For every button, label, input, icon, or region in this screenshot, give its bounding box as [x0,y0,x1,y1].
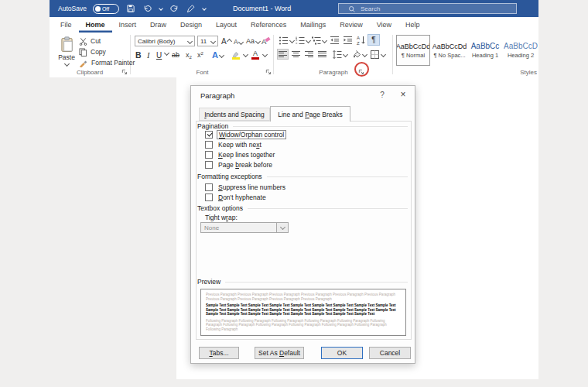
group-separator [130,35,131,74]
tab-references[interactable]: References [244,17,293,33]
strikethrough-button[interactable]: ab [172,49,179,61]
align-center-button[interactable] [290,49,302,60]
stylus-icon[interactable] [186,3,197,14]
checkbox[interactable] [205,151,213,159]
option-keep-with-next[interactable]: Keep with next [205,140,263,149]
font-dialog-launcher[interactable] [265,68,272,76]
cancel-button[interactable]: Cancel [369,347,411,359]
ok-button[interactable]: OK [321,347,363,359]
clear-formatting-button[interactable]: A [262,36,270,46]
qat-customize-icon[interactable] [202,6,207,11]
underline-dropdown[interactable] [163,51,169,55]
redo-icon[interactable] [169,3,179,14]
underline-button[interactable]: U [156,49,162,61]
tab-line-and-page-breaks[interactable]: Line and Page Breaks [270,106,350,122]
save-icon[interactable] [125,3,136,14]
shading-button[interactable] [351,50,367,60]
highlight-color-bar [232,57,240,60]
paste-dropdown-icon[interactable] [63,61,69,67]
style-normal[interactable]: AaBbCcDd ¶ Normal [396,35,430,66]
tab-mailings[interactable]: Mailings [293,17,333,33]
style-sample: AaBbCcDd [396,43,430,50]
paste-button[interactable]: Paste [56,35,77,67]
borders-icon [370,50,380,60]
decrease-indent-button[interactable] [330,36,340,46]
tight-wrap-select[interactable]: None [200,222,289,233]
option-keep-lines-together[interactable]: Keep lines together [205,150,276,159]
option-dont-hyphenate[interactable]: Don't hyphenate [205,193,268,201]
highlight-button[interactable] [231,49,240,61]
checkbox-label: Widow/Orphan control [217,130,286,139]
close-icon[interactable]: × [397,89,409,101]
option-page-break-before[interactable]: Page break before [205,160,274,169]
font-size-combobox[interactable]: 11 [197,36,218,46]
tab-layout[interactable]: Layout [209,17,244,33]
checkbox[interactable] [205,161,213,169]
tabs-button[interactable]: Tabs... [199,347,239,359]
decrease-indent-icon [330,36,340,46]
style-heading-2[interactable]: AaBbCcD Heading 2 [504,35,538,66]
checkbox[interactable] [205,194,213,201]
font-color-dropdown[interactable] [262,53,267,57]
tab-insert[interactable]: Insert [112,17,144,33]
preview-box: Previous Paragraph Previous Paragraph Pr… [200,289,406,336]
checkbox[interactable] [205,131,213,139]
bold-button[interactable]: B [135,49,142,61]
font-name-combobox[interactable]: Calibri (Body) [135,36,195,46]
tab-home[interactable]: Home [79,17,112,33]
format-painter-button[interactable]: Format Painter [79,58,135,67]
checkbox[interactable] [205,183,213,191]
checkbox[interactable] [205,141,213,149]
font-color-button[interactable]: A [251,49,259,61]
shading-dropdown-icon [362,52,368,57]
style-heading-1[interactable]: AaBbCc Heading 1 [468,35,502,66]
tab-file[interactable]: File [53,17,79,33]
align-right-icon [305,51,313,58]
autosave-toggle[interactable]: Off [93,4,119,14]
line-spacing-button[interactable] [332,50,347,60]
set-as-default-button[interactable]: Set As Default [255,347,304,359]
tab-indents-and-spacing[interactable]: Indents and Spacing [199,108,270,121]
align-left-button[interactable] [277,49,289,60]
clipboard-dialog-launcher[interactable] [121,68,128,76]
sort-button[interactable]: AZ [356,35,366,46]
shrink-font-button[interactable]: A [234,36,243,47]
option-suppress-line-numbers[interactable]: Suppress line numbers [205,183,287,191]
tab-design[interactable]: Design [173,17,209,33]
change-case-button[interactable]: Aa [246,36,260,46]
justify-button[interactable] [316,49,328,60]
preview-following-text: Following Paragraph Following Paragraph … [206,319,401,332]
tab-review[interactable]: Review [333,17,370,33]
align-right-button[interactable] [303,49,315,60]
multilevel-list-button[interactable] [311,36,326,46]
search-input[interactable]: Search [338,3,517,14]
copy-button[interactable]: Copy [79,47,106,57]
grow-font-button[interactable]: A [221,36,231,46]
option-widow-orphan-control[interactable]: Widow/Orphan control [205,130,286,139]
numbering-button[interactable] [295,36,310,46]
cut-button[interactable]: Cut [79,36,101,46]
tab-help[interactable]: Help [398,17,427,33]
superscript-button[interactable]: x2 [197,49,203,61]
paragraph-group-label: Paragraph [275,69,392,76]
undo-dropdown-icon[interactable] [159,6,163,11]
bullets-button[interactable] [279,36,294,46]
help-button[interactable]: ? [377,91,388,101]
borders-button[interactable] [370,50,385,60]
show-formatting-marks-button[interactable]: ¶ [368,34,380,46]
italic-button[interactable]: I [147,49,150,61]
italic-glyph: I [147,51,150,60]
text-effects-button[interactable]: A [212,49,224,61]
style-no-spacing[interactable]: AaBbCcDd ¶ No Spac... [432,35,467,66]
tab-draw[interactable]: Draw [143,17,173,33]
undo-icon[interactable] [142,3,153,14]
style-sample: AaBbCcDd [432,43,467,50]
style-name: ¶ No Spac... [433,52,465,59]
subscript-button[interactable]: x2 [186,49,192,61]
tab-view[interactable]: View [370,17,398,33]
shading-bucket-icon [351,50,361,60]
dropdown-button[interactable] [276,223,288,232]
highlight-dropdown[interactable] [242,53,248,57]
increase-indent-button[interactable] [343,36,353,46]
grow-font-arrow-icon [227,38,232,43]
